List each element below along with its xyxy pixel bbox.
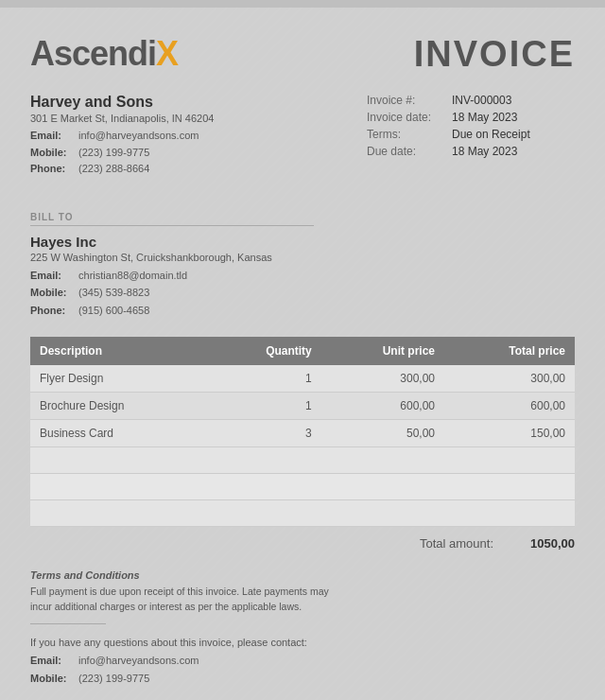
invoice-due-row: Due date: 18 May 2023 — [367, 145, 575, 158]
company-mobile: (223) 199-9775 — [78, 147, 149, 158]
table-row: Brochure Design 1 600,00 600,00 — [30, 392, 575, 419]
client-phone: (915) 600-4658 — [78, 305, 149, 316]
col-unit-price: Unit price — [321, 337, 444, 365]
footer-email-label: Email: — [30, 652, 76, 670]
terms-text: Full payment is due upon receipt of this… — [30, 585, 352, 615]
invoice-num-row: Invoice #: INV-000003 — [367, 94, 575, 107]
table-row: Flyer Design 1 300,00 300,00 — [30, 365, 575, 393]
invoice-date-label: Invoice date: — [367, 111, 452, 124]
client-email: christian88@domain.tld — [78, 270, 187, 281]
terms-section: Terms and Conditions Full payment is due… — [30, 569, 575, 688]
row-total-price: 150,00 — [444, 419, 575, 446]
footer-mobile-label: Mobile: — [30, 670, 76, 688]
phone-label: Phone: — [30, 161, 76, 178]
client-name: Hayes Inc — [30, 234, 575, 250]
terms-divider — [30, 623, 106, 624]
table-empty-row — [30, 446, 575, 473]
row-unit-price: 300,00 — [321, 365, 444, 393]
table-empty-row — [30, 473, 575, 499]
invoice-terms-row: Terms: Due on Receipt — [367, 128, 575, 141]
col-description: Description — [30, 337, 209, 365]
row-total-price: 300,00 — [444, 365, 575, 393]
logo-text: Ascendi — [30, 34, 156, 74]
total-value: 1050,00 — [509, 536, 575, 551]
client-address: 225 W Washington St, Cruickshankborough,… — [30, 252, 575, 263]
invoice-due-value: 18 May 2023 — [452, 145, 517, 158]
invoice-meta: Invoice #: INV-000003 Invoice date: 18 M… — [367, 94, 575, 162]
col-total-price: Total price — [444, 337, 575, 365]
header-row: AscendiX INVOICE — [30, 34, 575, 75]
client-mobile-label: Mobile: — [30, 284, 76, 302]
invoice-num-label: Invoice #: — [367, 94, 452, 107]
logo: AscendiX — [30, 34, 179, 74]
table-header-row: Description Quantity Unit price Total pr… — [30, 337, 575, 365]
row-description: Business Card — [30, 419, 209, 446]
table-row: Business Card 3 50,00 150,00 — [30, 419, 575, 446]
email-label: Email: — [30, 128, 76, 145]
footer-mobile: (223) 199-9775 — [78, 673, 149, 684]
row-description: Brochure Design — [30, 392, 209, 419]
contact-prompt: If you have any questions about this inv… — [30, 634, 575, 652]
invoice-date-value: 18 May 2023 — [452, 111, 517, 124]
company-info: Harvey and Sons 301 E Market St, Indiana… — [30, 94, 214, 178]
row-unit-price: 600,00 — [321, 392, 444, 419]
bill-to-label: BILL TO — [30, 212, 314, 226]
total-label: Total amount: — [420, 536, 493, 551]
row-quantity: 1 — [209, 365, 321, 393]
table-empty-row — [30, 499, 575, 526]
col-quantity: Quantity — [209, 337, 321, 365]
invoice-title: INVOICE — [414, 34, 575, 75]
invoice-due-label: Due date: — [367, 145, 452, 158]
total-section: Total amount: 1050,00 — [30, 536, 575, 551]
row-description: Flyer Design — [30, 365, 209, 393]
mobile-label: Mobile: — [30, 145, 76, 162]
bill-to-section: BILL TO Hayes Inc 225 W Washington St, C… — [30, 212, 575, 320]
company-email: info@harveyandsons.com — [78, 130, 199, 141]
row-total-price: 600,00 — [444, 392, 575, 419]
client-contact: Email: christian88@domain.tld Mobile: (3… — [30, 267, 575, 320]
invoice-num-value: INV-000003 — [452, 94, 511, 107]
row-quantity: 3 — [209, 419, 321, 446]
company-name: Harvey and Sons — [30, 94, 214, 111]
contact-footer: If you have any questions about this inv… — [30, 634, 575, 687]
client-phone-label: Phone: — [30, 302, 76, 320]
row-unit-price: 50,00 — [321, 419, 444, 446]
row-quantity: 1 — [209, 392, 321, 419]
invoice-terms-value: Due on Receipt — [452, 128, 530, 141]
invoice-date-row: Invoice date: 18 May 2023 — [367, 111, 575, 124]
company-contact: Email: info@harveyandsons.com Mobile: (2… — [30, 128, 214, 178]
invoice-terms-label: Terms: — [367, 128, 452, 141]
terms-title: Terms and Conditions — [30, 569, 575, 581]
client-email-label: Email: — [30, 267, 76, 285]
client-mobile: (345) 539-8823 — [78, 287, 149, 298]
company-phone: (223) 288-8664 — [78, 163, 149, 174]
invoice-table: Description Quantity Unit price Total pr… — [30, 337, 575, 527]
logo-x: X — [156, 34, 179, 74]
company-address: 301 E Market St, Indianapolis, IN 46204 — [30, 113, 214, 124]
footer-email: info@harveyandsons.com — [78, 655, 199, 666]
